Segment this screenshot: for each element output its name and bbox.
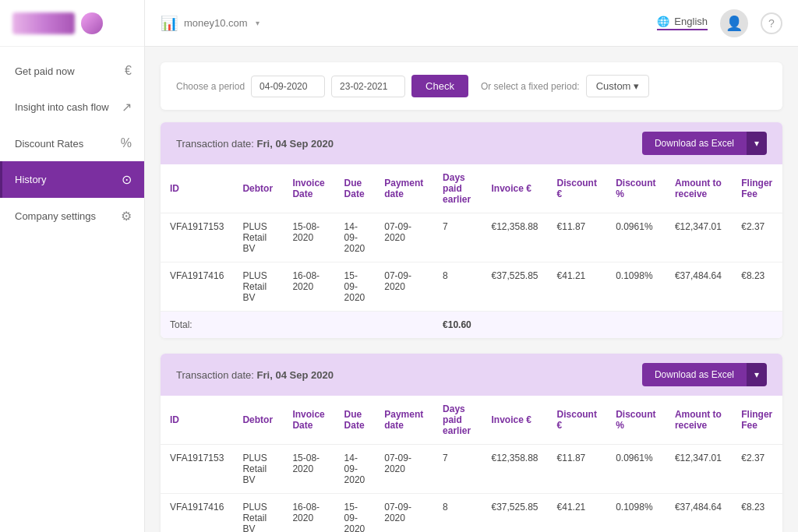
cell-amount_receive: €12,347.01 [666, 445, 732, 494]
custom-label: Custom [596, 80, 631, 92]
cell-invoice: €37,525.85 [482, 494, 547, 533]
cell-invoice: €12,358.88 [482, 213, 547, 262]
brand-dropdown-arrow[interactable]: ▾ [256, 19, 260, 27]
col-header: Debtor [233, 396, 283, 445]
cell-payment_date: 07-09-2020 [375, 213, 433, 262]
transaction-date-value-1: Fri, 04 Sep 2020 [257, 369, 334, 381]
cell-id: VFA1917416 [161, 494, 233, 533]
logo-circle [81, 12, 103, 34]
cell-amount_receive: €12,347.01 [666, 213, 732, 262]
check-button[interactable]: Check [411, 75, 468, 97]
cell-discount_pct: 0.0961% [606, 445, 666, 494]
date-to-input[interactable] [331, 76, 405, 97]
cell-invoice: €37,525.85 [482, 262, 547, 312]
col-header: Days paid earlier [433, 396, 482, 445]
cell-amount_receive: €37,484.64 [666, 494, 732, 533]
col-header: Payment date [375, 164, 433, 213]
col-header: Debtor [233, 164, 283, 213]
topbar-right: 🌐 English 👤 ? [657, 9, 782, 37]
col-header: Discount € [548, 164, 607, 213]
nav-item-label: Company settings [15, 210, 96, 222]
nav-icon-discount-rates: % [121, 136, 132, 150]
help-label: ? [768, 17, 775, 30]
cell-due_date: 15-09-2020 [335, 262, 376, 312]
date-from-input[interactable] [251, 76, 325, 97]
total-row-0: Total:€10.60 [161, 312, 782, 339]
cell-amount_receive: €37,484.64 [666, 262, 732, 312]
filter-bar: Choose a period Check Or select a fixed … [161, 62, 782, 110]
topbar-brand: 📊 money10.com ▾ [161, 15, 260, 32]
language-label: English [674, 16, 708, 27]
cell-payment_date: 07-09-2020 [375, 262, 433, 312]
total-value-0: €10.60 [433, 312, 482, 339]
cell-payment_date: 07-09-2020 [375, 445, 433, 494]
col-header: Discount % [606, 164, 666, 213]
cell-flinger_fee: €8.23 [732, 494, 782, 533]
help-button[interactable]: ? [761, 12, 782, 34]
sidebar-item-discount-rates[interactable]: Discount Rates % [0, 125, 144, 161]
nav-item-label: Get paid now [15, 65, 75, 77]
col-header: Invoice Date [283, 164, 334, 213]
col-header: Invoice € [482, 164, 547, 213]
cell-invoice_date: 15-08-2020 [283, 445, 334, 494]
nav-item-label: Discount Rates [15, 138, 83, 150]
cell-payment_date: 07-09-2020 [375, 494, 433, 533]
col-header: Due Date [335, 164, 376, 213]
col-header: ID [161, 396, 233, 445]
col-header: Invoice € [482, 396, 547, 445]
cell-due_date: 14-09-2020 [335, 213, 376, 262]
brand-name: money10.com [184, 17, 248, 29]
sidebar-item-insight-cash-flow[interactable]: Insight into cash flow ↗ [0, 89, 144, 125]
cell-invoice: €12,358.88 [482, 445, 547, 494]
col-header: Due Date [335, 396, 376, 445]
cell-flinger_fee: €2.37 [732, 445, 782, 494]
cell-days_earlier: 8 [433, 262, 482, 312]
col-header: Flinger Fee [732, 396, 782, 445]
globe-icon: 🌐 [657, 16, 669, 27]
nav-icon-get-paid-now: € [125, 64, 132, 78]
tables-container: Transaction date: Fri, 04 Sep 2020 Downl… [161, 122, 782, 532]
transaction-date-label-1: Transaction date: Fri, 04 Sep 2020 [176, 369, 334, 381]
logo-image [12, 12, 75, 34]
total-label-0: Total: [161, 312, 233, 339]
nav-icon-insight-cash-flow: ↗ [122, 100, 132, 115]
sidebar-item-get-paid-now[interactable]: Get paid now € [0, 53, 144, 89]
cell-flinger_fee: €2.37 [732, 213, 782, 262]
sidebar-nav: Get paid now € Insight into cash flow ↗ … [0, 53, 144, 234]
sidebar: Get paid now € Insight into cash flow ↗ … [0, 0, 145, 532]
period-label: Choose a period [176, 81, 245, 92]
col-header: Discount € [548, 396, 607, 445]
col-header: Amount to receive [666, 164, 732, 213]
sidebar-item-company-settings[interactable]: Company settings ⚙ [0, 198, 144, 234]
cell-debtor: PLUS Retail BV [233, 445, 283, 494]
table-header-row-0: IDDebtorInvoice DateDue DatePayment date… [161, 164, 782, 213]
cell-invoice_date: 16-08-2020 [283, 262, 334, 312]
cell-invoice_date: 16-08-2020 [283, 494, 334, 533]
download-dropdown-button-1[interactable]: ▾ [747, 363, 767, 386]
sidebar-item-history[interactable]: History ⊙ [0, 161, 144, 198]
language-button[interactable]: 🌐 English [657, 16, 708, 30]
cell-discount_eur: €41.21 [548, 262, 607, 312]
avatar[interactable]: 👤 [720, 9, 748, 37]
cell-discount_eur: €41.21 [548, 494, 607, 533]
transaction-date-label-0: Transaction date: Fri, 04 Sep 2020 [176, 138, 334, 150]
nav-item-label: History [15, 174, 46, 185]
download-excel-button-1[interactable]: Download as Excel [642, 363, 747, 386]
cell-due_date: 14-09-2020 [335, 445, 376, 494]
transaction-date-value-0: Fri, 04 Sep 2020 [257, 138, 334, 150]
download-btn-0: Download as Excel ▾ [642, 132, 767, 155]
table-header-bar-1: Transaction date: Fri, 04 Sep 2020 Downl… [161, 354, 782, 396]
cell-discount_pct: 0.1098% [606, 262, 666, 312]
cell-days_earlier: 7 [433, 445, 482, 494]
custom-period-button[interactable]: Custom ▾ [586, 75, 650, 97]
content: Choose a period Check Or select a fixed … [145, 47, 798, 532]
col-header: Discount % [606, 396, 666, 445]
custom-dropdown-arrow: ▾ [634, 80, 639, 92]
table-header-bar-0: Transaction date: Fri, 04 Sep 2020 Downl… [161, 122, 782, 164]
download-excel-button-0[interactable]: Download as Excel [642, 132, 747, 155]
cell-id: VFA1917153 [161, 213, 233, 262]
col-header: Flinger Fee [732, 164, 782, 213]
cell-due_date: 15-09-2020 [335, 494, 376, 533]
download-dropdown-button-0[interactable]: ▾ [747, 132, 767, 155]
table-row: VFA1917153PLUS Retail BV15-08-202014-09-… [161, 445, 782, 494]
